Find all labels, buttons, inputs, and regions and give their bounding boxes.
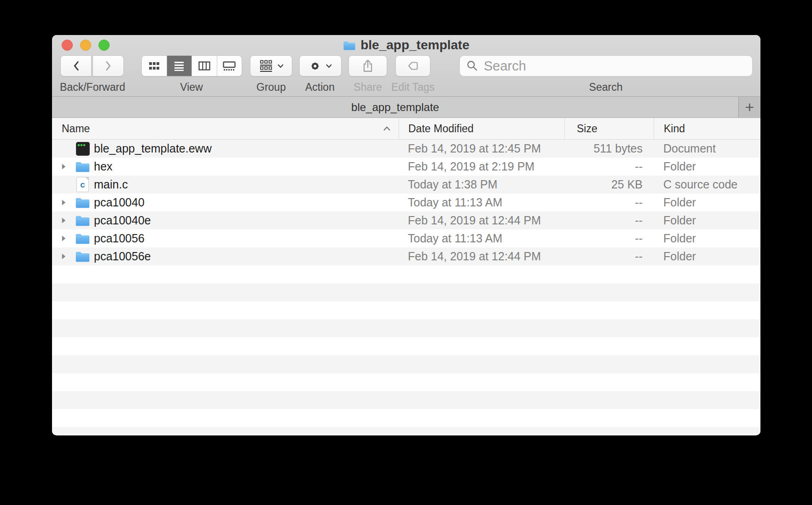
file-size: -- bbox=[564, 158, 654, 176]
window-title-text: ble_app_template bbox=[360, 38, 470, 53]
forward-button[interactable] bbox=[93, 55, 124, 76]
gallery-view-icon bbox=[223, 61, 236, 70]
disclosure-triangle-icon[interactable] bbox=[59, 217, 68, 224]
column-view-icon bbox=[198, 61, 210, 70]
file-date-modified: Today at 1:38 PM bbox=[399, 176, 564, 194]
new-tab-button[interactable]: + bbox=[738, 97, 760, 117]
group-label: Group bbox=[256, 81, 286, 94]
disclosure-triangle-icon[interactable] bbox=[59, 199, 68, 206]
search-field[interactable] bbox=[459, 55, 753, 76]
folder-icon bbox=[75, 250, 90, 263]
file-name: pca10040e bbox=[94, 214, 151, 227]
folder-icon bbox=[75, 160, 90, 173]
icon-view-button[interactable] bbox=[142, 56, 167, 76]
file-date-modified: Feb 14, 2019 at 12:45 PM bbox=[399, 140, 564, 158]
file-size: -- bbox=[564, 229, 654, 247]
back-forward-label: Back/Forward bbox=[60, 81, 125, 94]
file-kind: Folder bbox=[654, 247, 760, 265]
table-row[interactable]: pca10040e Feb 14, 2019 at 12:44 PM -- Fo… bbox=[52, 211, 760, 229]
finder-window: ble_app_template bbox=[52, 35, 760, 435]
file-date-modified: Today at 11:13 AM bbox=[399, 229, 564, 247]
column-header-date-modified[interactable]: Date Modified bbox=[399, 118, 564, 139]
disclosure-triangle-icon[interactable] bbox=[59, 235, 68, 242]
file-kind: Folder bbox=[654, 211, 760, 229]
file-name: hex bbox=[94, 160, 112, 173]
action-label: Action bbox=[305, 81, 335, 94]
c-source-file-icon: c bbox=[75, 177, 90, 192]
file-name: ble_app_template.eww bbox=[94, 142, 212, 155]
icon-view-icon bbox=[148, 61, 160, 70]
file-kind: C source code bbox=[654, 176, 760, 194]
group-by-icon bbox=[259, 60, 273, 72]
file-size: -- bbox=[564, 247, 654, 265]
window-titlebar-toolbar: ble_app_template bbox=[52, 35, 760, 97]
folder-icon bbox=[75, 214, 90, 227]
tab-bar: ble_app_template + bbox=[52, 97, 760, 118]
search-label: Search bbox=[589, 81, 623, 94]
file-kind: Folder bbox=[654, 194, 760, 211]
folder-icon bbox=[75, 196, 90, 209]
action-button[interactable] bbox=[299, 55, 342, 76]
share-label: Share bbox=[354, 81, 382, 94]
share-icon bbox=[362, 59, 374, 73]
chevron-left-icon bbox=[73, 61, 79, 71]
back-button[interactable] bbox=[60, 55, 92, 76]
gear-icon bbox=[309, 60, 321, 72]
chevron-right-icon bbox=[105, 61, 111, 71]
share-button[interactable] bbox=[348, 55, 387, 76]
folder-icon bbox=[343, 40, 356, 51]
column-header-row: Name Date Modified Size Kind bbox=[52, 118, 760, 140]
back-forward-control bbox=[60, 55, 124, 76]
chevron-down-icon bbox=[278, 64, 284, 68]
file-name: pca10040 bbox=[94, 196, 145, 209]
file-date-modified: Feb 14, 2019 at 12:44 PM bbox=[399, 211, 564, 229]
file-name: main.c bbox=[94, 178, 128, 191]
window-title: ble_app_template bbox=[52, 35, 760, 55]
file-list: ble_app_template.eww Feb 14, 2019 at 12:… bbox=[52, 140, 760, 435]
column-header-name[interactable]: Name bbox=[52, 118, 399, 139]
file-date-modified: Feb 14, 2019 at 12:44 PM bbox=[399, 247, 564, 265]
file-size: 25 KB bbox=[564, 176, 654, 194]
table-row[interactable]: pca10040 Today at 11:13 AM -- Folder bbox=[52, 194, 760, 211]
column-header-size[interactable]: Size bbox=[564, 118, 654, 139]
table-row[interactable]: hex Feb 14, 2019 at 2:19 PM -- Folder bbox=[52, 158, 760, 176]
folder-icon bbox=[75, 232, 90, 245]
search-icon bbox=[466, 60, 478, 72]
gallery-view-button[interactable] bbox=[217, 56, 242, 76]
file-kind: Document bbox=[654, 140, 760, 158]
edit-tags-button[interactable] bbox=[395, 55, 430, 76]
file-size: 511 bytes bbox=[564, 140, 654, 158]
column-view-button[interactable] bbox=[191, 56, 217, 76]
table-row[interactable]: ble_app_template.eww Feb 14, 2019 at 12:… bbox=[52, 140, 760, 158]
table-row[interactable]: c main.c Today at 1:38 PM 25 KB C source… bbox=[52, 176, 760, 194]
file-kind: Folder bbox=[654, 229, 760, 247]
file-size: -- bbox=[564, 194, 654, 211]
list-view-button[interactable] bbox=[167, 56, 192, 76]
file-date-modified: Today at 11:13 AM bbox=[399, 194, 564, 211]
table-row[interactable]: pca10056e Feb 14, 2019 at 12:44 PM -- Fo… bbox=[52, 247, 760, 265]
sort-ascending-icon bbox=[383, 126, 390, 131]
disclosure-triangle-icon[interactable] bbox=[59, 253, 68, 260]
file-name: pca10056 bbox=[94, 232, 145, 245]
iar-workspace-document-icon bbox=[75, 142, 90, 156]
search-input[interactable] bbox=[483, 58, 746, 74]
file-date-modified: Feb 14, 2019 at 2:19 PM bbox=[399, 158, 564, 176]
tab-ble-app-template[interactable]: ble_app_template bbox=[52, 97, 738, 117]
table-row[interactable]: pca10056 Today at 11:13 AM -- Folder bbox=[52, 229, 760, 247]
column-header-kind[interactable]: Kind bbox=[654, 118, 760, 139]
edit-tags-label: Edit Tags bbox=[391, 81, 435, 94]
file-size: -- bbox=[564, 211, 654, 229]
tag-icon bbox=[407, 60, 419, 72]
view-label: View bbox=[180, 81, 203, 94]
file-name: pca10056e bbox=[94, 250, 151, 263]
chevron-down-icon bbox=[326, 64, 332, 68]
list-view-icon bbox=[174, 61, 185, 71]
view-mode-control bbox=[141, 55, 242, 76]
file-kind: Folder bbox=[654, 158, 760, 176]
disclosure-triangle-icon[interactable] bbox=[59, 163, 68, 170]
group-button[interactable] bbox=[250, 55, 292, 76]
